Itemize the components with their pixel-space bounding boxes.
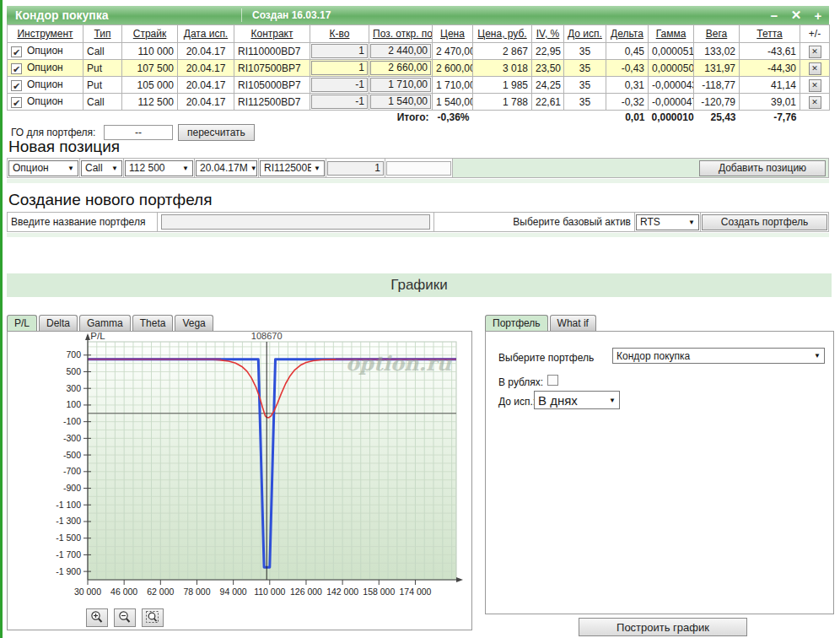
portfolio-name-input[interactable] (161, 214, 430, 230)
column-header-16[interactable]: +/- (800, 25, 830, 43)
strike-select[interactable]: 112 500▼ (125, 160, 193, 176)
delete-position-button[interactable]: ✕ (809, 62, 821, 75)
chart-zoom-controls (86, 608, 164, 627)
tab-what-if[interactable]: What if (550, 315, 596, 331)
new-portfolio-heading: Создание нового портфеля (8, 191, 213, 209)
column-header-9[interactable]: Цена, руб. (473, 25, 532, 43)
x-tick-label: 126 000 (290, 587, 322, 597)
tab-gamma[interactable]: Gamma (79, 315, 131, 331)
open-price-input[interactable]: 1 710,00 (370, 78, 431, 92)
strike-cell: 107 500 (122, 60, 178, 77)
rubles-checkbox[interactable] (547, 375, 558, 386)
tab-theta[interactable]: Theta (132, 315, 174, 331)
x-tick-label: 110 000 (254, 587, 285, 597)
iv-cell: 23,50 (532, 60, 564, 77)
tab-delta[interactable]: Delta (39, 315, 78, 331)
expiration-select-value: 20.04.17M (200, 162, 248, 174)
qty-input[interactable]: 1 (311, 61, 368, 75)
position-checkbox[interactable]: ✔ (11, 46, 22, 57)
new-price-input[interactable] (386, 161, 451, 176)
green-strip (7, 233, 829, 237)
strike-cell: 112 500 (122, 94, 178, 111)
portfolio-created-date: Создан 16.03.17 (242, 9, 763, 21)
gamma-cell: 0,000050 (649, 60, 694, 77)
column-header-10[interactable]: IV, % (532, 25, 564, 43)
tab-портфель[interactable]: Портфель (485, 315, 548, 331)
column-header-12[interactable]: Дельта (606, 25, 649, 43)
position-row: ✔ОпционCall110 00020.04.17RI110000BD712 … (8, 43, 830, 60)
column-header-7[interactable]: Поз. откр. по (369, 25, 433, 43)
days-select[interactable]: В днях▼ (534, 391, 620, 409)
totals-spacer (473, 111, 606, 125)
column-header-15[interactable]: Тетта (740, 25, 800, 43)
portfolio-title: Кондор покупка (7, 8, 241, 22)
create-portfolio-button[interactable]: Создать портфель (702, 214, 827, 230)
add-position-button[interactable]: Добавить позицию (699, 160, 826, 176)
chevron-down-icon: ▼ (314, 165, 320, 172)
price_rub-cell: 2 867 (473, 43, 532, 60)
x-tick-label: 78 000 (183, 587, 210, 597)
base-asset-label: Выберите базовый актив (434, 213, 635, 231)
expiration-select[interactable]: 20.04.17M▼ (196, 160, 257, 176)
column-header-11[interactable]: До исп. (564, 25, 606, 43)
instrument-select[interactable]: Опцион▼ (8, 160, 78, 176)
column-header-14[interactable]: Вега (694, 25, 740, 43)
zoom-select-icon[interactable] (142, 608, 164, 627)
base-asset-select[interactable]: RTS▼ (636, 214, 699, 230)
delete-position-button[interactable]: ✕ (809, 46, 821, 58)
go-label: ГО для портфеля: (7, 127, 104, 138)
qty-input[interactable]: -1 (311, 78, 368, 92)
contract-select[interactable]: RI112500BD7▼ (260, 160, 325, 176)
delete-cell: ✕ (800, 94, 830, 111)
qty-input[interactable]: -1 (311, 95, 368, 109)
new-qty-input[interactable]: 1 (327, 161, 384, 176)
y-tick-label: -1 900 (56, 566, 81, 576)
tab-vega[interactable]: Vega (175, 315, 213, 331)
zoom-out-icon[interactable] (114, 608, 136, 627)
portfolio-title-bar: Кондор покупка Создан 16.03.17 − ✕ + (7, 6, 829, 24)
column-header-13[interactable]: Гамма (649, 25, 694, 43)
gamma-cell: -0,000047 (649, 94, 694, 111)
minimize-icon[interactable]: − (763, 8, 785, 23)
days-label: До исп.: (498, 396, 536, 408)
tab-p-l[interactable]: P/L (7, 315, 37, 331)
open-price-input[interactable]: 2 440,00 (370, 44, 431, 58)
close-icon[interactable]: ✕ (785, 8, 807, 23)
options-portfolio-app: Кондор покупка Создан 16.03.17 − ✕ + Инс… (0, 0, 840, 638)
pl-chart[interactable]: 108670700500300100-100-300-500-700-900-1… (8, 332, 471, 631)
column-header-6[interactable]: К-во (310, 25, 369, 43)
totals-delta: 0,01 (606, 111, 649, 125)
position-checkbox[interactable]: ✔ (11, 97, 22, 108)
theta-cell: -43,61 (740, 43, 800, 60)
open-price-input[interactable]: 1 540,00 (370, 95, 431, 109)
gamma-cell: 0,000051 (649, 43, 694, 60)
position-row: ✔ОпционPut107 50020.04.17RI107500BP712 6… (8, 60, 830, 77)
column-header-8[interactable]: Цена (433, 25, 473, 43)
price_rub-cell: 3 018 (473, 60, 532, 77)
portfolio-select-value: Кондор покупка (617, 350, 690, 362)
delete-position-button[interactable]: ✕ (809, 96, 821, 109)
column-header-4[interactable]: Дата исп. (178, 25, 234, 43)
instrument-cell: ✔Опцион (8, 43, 83, 60)
recalculate-button[interactable]: пересчитать (178, 124, 255, 141)
column-header-3[interactable]: Страйк (122, 25, 178, 43)
delete-position-button[interactable]: ✕ (809, 79, 821, 92)
column-header-1[interactable]: Инструмент (8, 25, 83, 43)
open-price-input[interactable]: 2 660,00 (370, 61, 431, 75)
add-icon[interactable]: + (807, 8, 829, 23)
column-header-2[interactable]: Тип (83, 25, 122, 43)
new-position-row: Опцион▼ Call▼ 112 500▼ 20.04.17M▼ RI1125… (7, 158, 829, 178)
qty-input[interactable]: 1 (311, 44, 368, 58)
column-header-5[interactable]: Контракт (234, 25, 310, 43)
build-chart-button[interactable]: Построить график (579, 618, 747, 636)
type-select[interactable]: Call▼ (81, 160, 122, 176)
position-checkbox[interactable]: ✔ (11, 80, 22, 91)
y-tick-label: -1 500 (56, 533, 81, 543)
totals-theta: -7,76 (740, 111, 800, 125)
days-cell: 35 (564, 43, 606, 60)
position-checkbox[interactable]: ✔ (11, 63, 22, 74)
zoom-in-icon[interactable] (86, 608, 108, 627)
chevron-down-icon: ▼ (814, 352, 821, 360)
pl-chart-svg[interactable]: 108670700500300100-100-300-500-700-900-1… (8, 332, 473, 629)
portfolio-select[interactable]: Кондор покупка▼ (612, 348, 825, 364)
